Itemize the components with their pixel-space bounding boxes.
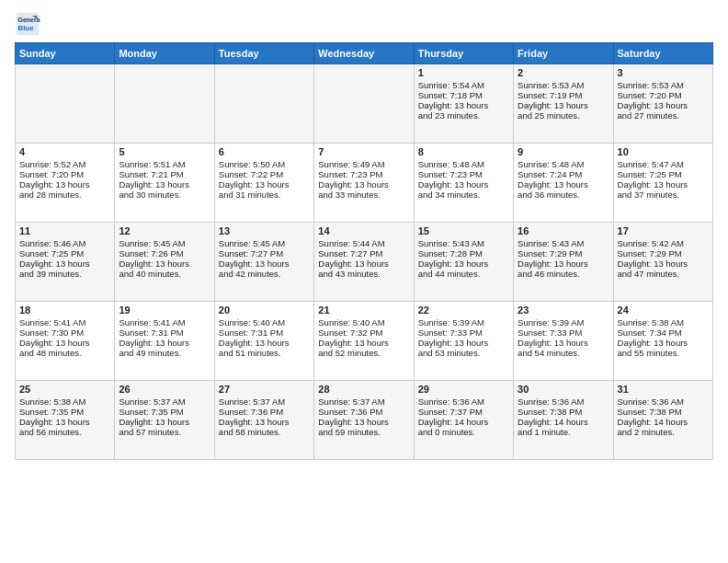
day-info: Sunset: 7:30 PM: [19, 327, 110, 338]
day-info: Daylight: 13 hours: [19, 179, 110, 190]
day-cell: [115, 64, 214, 144]
day-info: Sunrise: 5:36 AM: [418, 396, 509, 407]
day-info: and 47 minutes.: [618, 269, 709, 279]
day-info: Daylight: 13 hours: [119, 259, 210, 269]
day-info: Daylight: 14 hours: [618, 417, 709, 427]
day-cell: 8Sunrise: 5:48 AMSunset: 7:23 PMDaylight…: [414, 144, 513, 223]
day-info: Daylight: 14 hours: [418, 417, 509, 427]
day-number: 30: [518, 384, 609, 395]
day-info: Daylight: 13 hours: [418, 100, 509, 110]
day-number: 9: [518, 146, 609, 157]
day-info: and 51 minutes.: [219, 348, 310, 358]
day-number: 12: [119, 225, 210, 236]
day-info: Sunset: 7:36 PM: [219, 407, 310, 417]
day-info: and 40 minutes.: [119, 269, 210, 279]
day-cell: 21Sunrise: 5:40 AMSunset: 7:32 PMDayligh…: [314, 302, 414, 381]
day-info: and 34 minutes.: [418, 190, 509, 200]
day-number: 1: [418, 67, 509, 78]
day-info: Sunset: 7:38 PM: [618, 407, 709, 417]
day-info: Sunset: 7:18 PM: [418, 90, 509, 100]
day-info: Sunrise: 5:42 AM: [618, 238, 709, 248]
day-info: Sunrise: 5:52 AM: [19, 159, 110, 169]
day-info: Sunrise: 5:37 AM: [119, 396, 210, 407]
day-info: Sunset: 7:23 PM: [418, 169, 509, 179]
day-info: Daylight: 13 hours: [219, 417, 310, 427]
day-cell: 25Sunrise: 5:38 AMSunset: 7:35 PMDayligh…: [16, 381, 115, 460]
day-cell: [214, 64, 313, 144]
day-info: Sunrise: 5:49 AM: [318, 159, 409, 169]
header-cell-wednesday: Wednesday: [314, 43, 414, 64]
calendar-page: General Blue SundayMondayTuesdayWednesda…: [0, 0, 728, 563]
day-info: Sunrise: 5:50 AM: [219, 159, 310, 169]
day-info: Daylight: 13 hours: [618, 179, 709, 190]
day-cell: 22Sunrise: 5:39 AMSunset: 7:33 PMDayligh…: [414, 302, 513, 381]
day-info: Sunrise: 5:53 AM: [518, 80, 609, 90]
day-number: 27: [219, 384, 310, 395]
day-cell: 29Sunrise: 5:36 AMSunset: 7:37 PMDayligh…: [414, 381, 513, 460]
day-info: and 44 minutes.: [418, 269, 509, 279]
day-info: Daylight: 13 hours: [318, 417, 409, 427]
day-number: 5: [119, 146, 210, 157]
day-info: Daylight: 14 hours: [518, 417, 609, 427]
day-cell: 18Sunrise: 5:41 AMSunset: 7:30 PMDayligh…: [16, 302, 115, 381]
day-info: Daylight: 13 hours: [19, 417, 110, 427]
day-info: and 48 minutes.: [19, 348, 110, 358]
day-info: Sunset: 7:34 PM: [618, 327, 709, 338]
day-info: Sunset: 7:32 PM: [318, 327, 409, 338]
day-info: Daylight: 13 hours: [119, 338, 210, 348]
day-cell: 9Sunrise: 5:48 AMSunset: 7:24 PMDaylight…: [514, 144, 613, 223]
header-cell-monday: Monday: [115, 43, 214, 64]
logo-icon: General Blue: [15, 11, 40, 37]
day-cell: 23Sunrise: 5:39 AMSunset: 7:33 PMDayligh…: [514, 302, 613, 381]
day-cell: 6Sunrise: 5:50 AMSunset: 7:22 PMDaylight…: [214, 144, 313, 223]
header-cell-thursday: Thursday: [414, 43, 513, 64]
day-number: 17: [618, 225, 709, 236]
header-cell-saturday: Saturday: [613, 43, 712, 64]
day-info: and 0 minutes.: [418, 427, 509, 437]
day-number: 6: [219, 146, 310, 157]
day-info: and 56 minutes.: [19, 427, 110, 437]
day-cell: 7Sunrise: 5:49 AMSunset: 7:23 PMDaylight…: [314, 144, 414, 223]
day-info: Daylight: 13 hours: [618, 100, 709, 110]
day-info: Sunrise: 5:45 AM: [119, 238, 210, 248]
day-number: 23: [518, 304, 609, 316]
day-info: Sunset: 7:31 PM: [119, 327, 210, 338]
day-info: Daylight: 13 hours: [318, 259, 409, 269]
day-number: 26: [119, 384, 210, 395]
day-info: Sunrise: 5:39 AM: [518, 317, 609, 327]
day-info: Sunset: 7:26 PM: [119, 248, 210, 259]
day-cell: 11Sunrise: 5:46 AMSunset: 7:25 PMDayligh…: [16, 223, 115, 302]
day-info: Daylight: 13 hours: [318, 338, 409, 348]
day-info: Sunset: 7:35 PM: [19, 407, 110, 417]
day-info: Sunrise: 5:47 AM: [618, 159, 709, 169]
day-cell: [16, 64, 115, 144]
day-info: Daylight: 13 hours: [19, 338, 110, 348]
week-row-2: 4Sunrise: 5:52 AMSunset: 7:20 PMDaylight…: [16, 144, 713, 223]
day-info: Sunrise: 5:41 AM: [19, 317, 110, 327]
day-info: Sunrise: 5:40 AM: [219, 317, 310, 327]
day-info: and 39 minutes.: [19, 269, 110, 279]
day-number: 24: [618, 304, 709, 316]
day-info: and 57 minutes.: [119, 427, 210, 437]
day-info: and 27 minutes.: [618, 110, 709, 121]
day-number: 3: [618, 67, 709, 78]
day-info: Sunrise: 5:48 AM: [518, 159, 609, 169]
day-number: 16: [518, 225, 609, 236]
day-number: 8: [418, 146, 509, 157]
day-cell: 2Sunrise: 5:53 AMSunset: 7:19 PMDaylight…: [514, 64, 613, 144]
day-info: Sunset: 7:38 PM: [518, 407, 609, 417]
day-info: and 33 minutes.: [318, 190, 409, 200]
day-info: and 1 minute.: [518, 427, 609, 437]
day-cell: 16Sunrise: 5:43 AMSunset: 7:29 PMDayligh…: [514, 223, 613, 302]
day-info: Daylight: 13 hours: [219, 259, 310, 269]
day-info: Sunset: 7:25 PM: [19, 248, 110, 259]
day-number: 13: [219, 225, 310, 236]
day-info: and 23 minutes.: [418, 110, 509, 121]
week-row-1: 1Sunrise: 5:54 AMSunset: 7:18 PMDaylight…: [16, 64, 713, 144]
day-info: and 31 minutes.: [219, 190, 310, 200]
day-info: and 49 minutes.: [119, 348, 210, 358]
day-info: Sunset: 7:29 PM: [618, 248, 709, 259]
day-cell: 27Sunrise: 5:37 AMSunset: 7:36 PMDayligh…: [214, 381, 313, 460]
day-number: 2: [518, 67, 609, 78]
header-row: SundayMondayTuesdayWednesdayThursdayFrid…: [16, 43, 713, 64]
